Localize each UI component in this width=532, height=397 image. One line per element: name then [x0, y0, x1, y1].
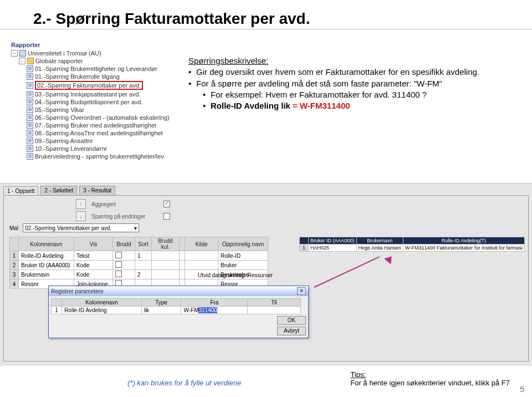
- grid-checkbox[interactable]: [115, 271, 122, 277]
- doc-icon: [27, 114, 33, 121]
- pgrid-header: Kolonnenavn: [62, 299, 142, 307]
- sort-down-button[interactable]: ↓: [76, 211, 86, 221]
- aggregert-checkbox[interactable]: [163, 201, 170, 207]
- cell: 1: [135, 251, 152, 261]
- table-row[interactable]: 1 Rolle-ID Avdeling Tekst 1 Rolle-ID: [10, 251, 268, 261]
- cancel-button[interactable]: Avbryt: [277, 327, 306, 335]
- grid-header: Opprinnelig navn: [218, 237, 268, 251]
- collapse-icon[interactable]: −: [19, 58, 25, 64]
- table-row[interactable]: 1 HAH025 Hege Anita Hansen W-FM311400 Fa…: [300, 245, 525, 252]
- cell: Bruker ID (AAA000): [19, 261, 74, 270]
- cell: [113, 270, 135, 279]
- tree-item[interactable]: Brukerveiledning - spørring brukerrettig…: [11, 152, 166, 160]
- tree-item[interactable]: 05.-Spørring Vikar: [11, 106, 166, 114]
- grid-checkbox[interactable]: [115, 252, 122, 258]
- cell: 1: [52, 307, 62, 314]
- aggregert-label: Aggregert: [91, 201, 158, 207]
- grid-header: Vis: [74, 237, 113, 251]
- query-app-area: 1 - Oppsett 2 - Søkebet 3 - Resultat ↑ A…: [0, 183, 532, 366]
- mal-combo[interactable]: 02.-Sporring Varemottaker per avd. ▾: [23, 223, 139, 232]
- cell: [113, 261, 135, 270]
- cell: W-FM311400 Fakturamottaker for Institutt…: [403, 245, 525, 252]
- tree-item[interactable]: 04.-Spørring Budsjettdisponent per avd.: [11, 98, 166, 106]
- parameter-popup: Registrer parametere × Kolonnenavn Type …: [48, 286, 309, 338]
- doc-icon: [27, 99, 33, 105]
- result-header: Brukernavn: [356, 237, 403, 245]
- tab-oppsett[interactable]: 1 - Oppsett: [3, 186, 38, 196]
- tips-block: Tips: For å hente igjen søkekriterier vi…: [350, 370, 510, 387]
- til-cell[interactable]: [248, 307, 301, 314]
- tree-item[interactable]: 10.-Spørring Leverandørnr: [11, 145, 166, 152]
- cell: Hege Anita Hansen: [356, 245, 403, 252]
- endringer-label: Spørring på endringer: [91, 213, 158, 220]
- result-header: [300, 237, 309, 245]
- cell: Brukernavn: [19, 270, 74, 279]
- cell: [152, 270, 180, 279]
- tab-sokebet[interactable]: 2 - Søkebet: [40, 186, 77, 195]
- endringer-checkbox[interactable]: [163, 213, 170, 220]
- tree-item-highlighted[interactable]: 02.-Spørring Fakturamottaker per avd.: [11, 80, 166, 90]
- cell: Rolle-ID Avdeling: [62, 307, 142, 314]
- tips-text: For å hente igjen søkekriterier vinduet,…: [350, 379, 510, 387]
- doc-icon: [27, 91, 33, 98]
- tree-item-label: 06.-Spørring Overordnet - (automatisk es…: [35, 114, 170, 121]
- doc-icon: [27, 138, 33, 144]
- cell: [180, 261, 185, 270]
- tree-folder[interactable]: − Globale rapporter: [11, 57, 166, 65]
- fra-cell[interactable]: W-FM311400: [181, 307, 248, 314]
- selected-text: 311400: [198, 307, 217, 313]
- cell: [113, 251, 135, 261]
- chevron-down-icon: ▾: [134, 225, 137, 231]
- tree-item[interactable]: 07.-Spørring Bruker med avdelingstilhøri…: [11, 121, 166, 129]
- close-button[interactable]: ×: [297, 287, 306, 295]
- tree-item[interactable]: 09.-Spørring Ansattnr: [11, 137, 166, 145]
- grid-header: [180, 237, 185, 251]
- tree-item-label: 03.-Spørring Innkjøpsattestant per avd.: [35, 91, 141, 98]
- cell: [152, 251, 180, 261]
- desc-text: For å spørre per avdeling må det stå som…: [196, 79, 414, 88]
- sort-up-button[interactable]: ↑: [76, 199, 86, 209]
- popup-title: Registrer parametere: [51, 288, 103, 294]
- tree-item-label: 08.-Spørring AnsaTtnr med avdelingstilhø…: [35, 130, 163, 136]
- org-icon: [19, 50, 26, 57]
- desc-sub-label: Rolle-ID Avdeling lik: [211, 101, 290, 110]
- desc-sub-bullet: Rolle-ID Avdeling lik = W-FM311400: [188, 100, 499, 111]
- tree-item-label: 05.-Spørring Vikar: [35, 106, 84, 113]
- table-row[interactable]: 2 Bruker ID (AAA000) Kode Bruker: [10, 261, 268, 270]
- cell: [185, 251, 218, 261]
- utvid-label: Utvid datagrunnlag: Ressurser: [198, 272, 273, 278]
- pgrid-header: Type: [141, 299, 181, 307]
- tree-item-label: 07.-Spørring Bruker med avdelingstilhøri…: [35, 122, 156, 129]
- cell: 1: [300, 245, 309, 252]
- tree-item[interactable]: 01.-Spørring Brukerrolle tilgang: [11, 73, 166, 80]
- tree-item[interactable]: 08.-Spørring AnsaTtnr med avdelingstilhø…: [11, 129, 166, 137]
- page-number: 5: [520, 385, 524, 394]
- description-block: Spørringsbeskrivelse: Gir deg oversikt o…: [188, 55, 499, 111]
- grid-checkbox[interactable]: [115, 261, 122, 268]
- collapse-icon[interactable]: −: [11, 50, 18, 57]
- result-header: Rolle-ID Avdeling(T): [403, 237, 525, 245]
- ok-button[interactable]: OK: [277, 316, 306, 325]
- tab-resultat[interactable]: 3 - Resultat: [79, 186, 115, 195]
- cell: 2: [135, 270, 152, 279]
- pgrid-header: Fra: [181, 299, 248, 307]
- tree-item[interactable]: 06.-Spørring Overordnet - (automatisk es…: [11, 114, 166, 121]
- tree-item[interactable]: 01.-Spørring Brukerrettigheter og Levera…: [11, 65, 166, 73]
- tree-root[interactable]: − Universitetet i Tromsø (AU): [11, 49, 166, 57]
- cell: 3: [10, 270, 19, 279]
- doc-icon: [27, 122, 33, 129]
- report-tree: Rapporter − Universitetet i Tromsø (AU) …: [11, 42, 166, 160]
- desc-sub-value: = W-FM311400: [293, 101, 350, 110]
- slide-title: 2.- Spørring Fakturamottaker per avd.: [0, 0, 532, 29]
- cell: 4: [10, 279, 19, 289]
- doc-icon: [27, 65, 33, 72]
- grid-header: Sort: [135, 237, 152, 251]
- doc-icon: [27, 153, 33, 160]
- cell: [180, 270, 185, 279]
- tree-item[interactable]: 03.-Spørring Innkjøpsattestant per avd.: [11, 90, 166, 98]
- column-grid[interactable]: Kolonnenavn Vis Brudd Sort Brudd kol. Ki…: [9, 237, 268, 289]
- parameter-grid[interactable]: Kolonnenavn Type Fra Til 1 Rolle-ID Avde…: [51, 298, 301, 314]
- table-row[interactable]: 1 Rolle-ID Avdeling lik W-FM311400: [52, 307, 301, 314]
- popup-titlebar[interactable]: Registrer parametere ×: [49, 286, 308, 296]
- tree-header: Rapporter: [11, 42, 166, 48]
